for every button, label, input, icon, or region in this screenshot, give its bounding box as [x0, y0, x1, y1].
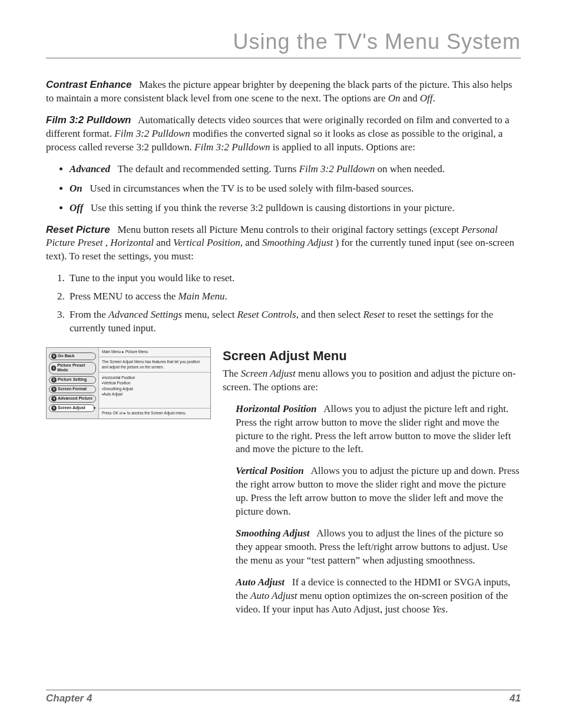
- text: and: [245, 237, 262, 248]
- breadcrumb: Main Menu ▸ Picture Menu: [99, 348, 210, 357]
- film-pulldown-para: Film 3:2 Pulldown Automatically detects …: [46, 114, 521, 154]
- text: menu, select: [184, 309, 237, 320]
- text: ,: [105, 237, 111, 248]
- text: Use this setting if you think the revers…: [91, 202, 455, 213]
- menu-hint: Press OK or ▸ to access the Screen Adjus…: [99, 408, 210, 419]
- text: Film 3:2 Pulldown: [194, 141, 270, 153]
- page-header: Using the TV's Menu System: [46, 29, 521, 58]
- text: The: [223, 368, 241, 379]
- text: Reset: [363, 309, 385, 320]
- nav-picture-setting: 2Picture Setting: [49, 376, 96, 384]
- text: .: [445, 604, 448, 615]
- text: Menu button resets all Picture Menu cont…: [117, 224, 461, 235]
- option-label: Vertical Position: [236, 465, 304, 476]
- text: Auto Adjust: [250, 590, 297, 601]
- text: From the: [70, 309, 108, 320]
- option-label: Horizontal Position: [236, 403, 316, 414]
- contrast-enhance-label: Contrast Enhance: [46, 79, 131, 90]
- text: Reset Controls,: [237, 309, 299, 320]
- list-item: Tune to the input you would like to rese…: [67, 272, 521, 285]
- text: On: [388, 93, 401, 104]
- text: on when needed.: [377, 163, 445, 174]
- nav-screen-format: 3Screen Format: [49, 386, 96, 393]
- reset-picture-label: Reset Picture: [46, 224, 110, 235]
- reset-picture-para: Reset Picture Menu button resets all Pic…: [46, 223, 521, 264]
- list-item: •Auto Adjust: [102, 391, 207, 397]
- chapter-label: Chapter 4: [46, 693, 92, 704]
- smoothing-adjust-para: Smoothing Adjust Allows you to adjust th…: [236, 527, 521, 568]
- body: Contrast Enhance Makes the picture appea…: [46, 78, 521, 625]
- text: is applied to all inputs. Options are:: [273, 141, 415, 153]
- list-item: From the Advanced Settings menu, select …: [67, 308, 521, 335]
- nav-screen-adjust: 5Screen Adjust: [49, 404, 95, 412]
- text: and then select: [301, 309, 363, 320]
- film-options-list: Advanced The default and recommended set…: [70, 163, 521, 215]
- list-item: Advanced The default and recommended set…: [70, 163, 521, 176]
- list-item: •Smoothing Adjust: [102, 386, 207, 391]
- auto-adjust-para: Auto Adjust If a device is connected to …: [236, 576, 521, 617]
- menu-nav: 0Go Back 1Picture Preset Mode 2Picture S…: [47, 348, 98, 419]
- film-pulldown-label: Film 3:2 Pulldown: [46, 114, 131, 126]
- menu-panel: Main Menu ▸ Picture Menu The Screen Adju…: [98, 348, 210, 419]
- text: Press MENU to access the: [70, 291, 178, 302]
- text: and: [156, 237, 173, 248]
- menu-screenshot: 0Go Back 1Picture Preset Mode 2Picture S…: [46, 347, 211, 419]
- text: .: [432, 93, 435, 104]
- text: Film 3:2 Pulldown: [114, 128, 190, 139]
- text: and: [403, 93, 420, 104]
- chevron-right-icon: ▸: [94, 405, 96, 411]
- text: Used in circumstances when the TV is to …: [90, 183, 414, 194]
- text: Smoothing Adjust: [262, 237, 333, 248]
- list-item: Off Use this setting if you think the re…: [70, 202, 521, 215]
- menu-options: •Horizontal Position •Vertical Position …: [99, 373, 210, 408]
- text: Vertical Position,: [173, 237, 243, 248]
- option-label: Advanced: [70, 163, 110, 174]
- vertical-position-para: Vertical Position Allows you to adjust t…: [236, 465, 521, 519]
- text: .: [224, 291, 227, 302]
- option-label: On: [70, 183, 82, 194]
- list-item: •Horizontal Position: [102, 375, 207, 380]
- list-item: Press MENU to access the Main Menu.: [67, 290, 521, 304]
- text: Horizontal: [110, 237, 154, 248]
- nav-picture-preset: 1Picture Preset Mode: [49, 362, 96, 374]
- page-number: 41: [510, 693, 521, 704]
- page-footer: Chapter 4 41: [46, 690, 521, 704]
- screen-adjust-title: Screen Adjust Menu: [223, 347, 521, 365]
- reset-steps: Tune to the input you would like to rese…: [67, 272, 521, 335]
- text: Main Menu: [178, 291, 225, 302]
- page: Using the TV's Menu System Contrast Enha…: [0, 0, 562, 728]
- contrast-enhance-para: Contrast Enhance Makes the picture appea…: [46, 78, 521, 106]
- menu-description: The Screen Adjust Menu has features that…: [99, 357, 210, 373]
- text: Screen Adjust: [241, 368, 296, 379]
- option-label: Off: [70, 202, 83, 213]
- text: Film 3:2 Pulldown: [299, 163, 375, 174]
- text: The default and recommended setting. Tur…: [117, 163, 299, 174]
- text: Advanced Settings: [108, 309, 182, 320]
- list-item: •Vertical Position: [102, 380, 207, 386]
- text: Yes: [432, 604, 445, 615]
- option-label: Smoothing Adjust: [236, 528, 310, 539]
- list-item: On Used in circumstances when the TV is …: [70, 182, 521, 196]
- horizontal-position-para: Horizontal Position Allows you to adjust…: [236, 403, 521, 457]
- text: Off: [420, 93, 433, 104]
- nav-go-back: 0Go Back: [49, 353, 96, 360]
- option-label: Auto Adjust: [236, 577, 285, 588]
- nav-advanced-picture: 4Advanced Picture: [49, 395, 96, 403]
- screen-adjust-intro: The Screen Adjust menu allows you to pos…: [223, 367, 521, 394]
